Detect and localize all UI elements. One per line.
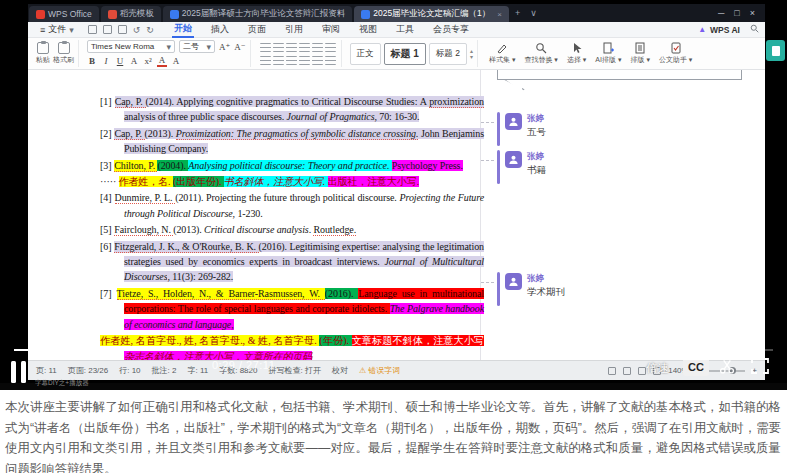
document-tab[interactable]: WPS Office [29,6,99,22]
reference-text-segment: , 70: 16-30. [375,111,420,122]
indent-increase-icon[interactable] [299,43,310,52]
undo-icon[interactable]: ↺ [133,25,141,35]
status-item[interactable]: 字: 11 [187,365,208,376]
underline-button[interactable]: U [115,56,125,66]
print-icon[interactable] [103,25,112,34]
status-item[interactable]: 行: 10 [119,365,140,376]
floating-widget-button[interactable] [766,40,785,61]
comment-text: 学术期刊 [527,286,565,299]
comment-accent-bar [497,112,500,146]
page-view-icon[interactable] [623,367,631,375]
ribbon-tab-插入[interactable]: 插入 [209,22,231,37]
superscript-button[interactable]: x² [143,56,153,66]
strike-button[interactable]: A [129,56,139,66]
style-正文[interactable]: 正文 [350,43,381,65]
tool-公文助手[interactable]: 公文助手 ▾ [656,42,695,65]
style-标题2[interactable]: 标题 2 [429,43,467,65]
doc-icon [170,10,179,19]
style-标题1[interactable]: 标题 1 [384,43,426,65]
maximize-button[interactable]: □ [734,8,739,18]
document-page[interactable]: [1] Cap, P. (2014). Applying cognitive p… [28,70,765,360]
shading-icon[interactable] [312,56,323,65]
ribbon-tab-引用[interactable]: 引用 [283,22,305,37]
avatar [505,151,522,168]
outline-view-icon[interactable] [638,367,646,375]
font-color-button[interactable]: A [157,55,167,67]
status-item[interactable]: ⚠ 错误字词 [359,365,400,376]
read-mode-icon[interactable] [608,367,616,375]
numbered-list-icon[interactable] [273,43,284,52]
font-name-select[interactable]: Times New Roma▾ [87,40,175,53]
references-list[interactable]: [1] Cap, P. (2014). Applying cognitive p… [100,94,484,360]
ribbon-tab-页面[interactable]: 页面 [246,22,268,37]
tool-排版[interactable]: 排版 ▾ [627,42,652,65]
file-menu-button[interactable]: ≡ 文件 ▾ [34,23,80,36]
status-item[interactable]: 批注: 2 [152,365,177,376]
video-player[interactable]: WPS Office稻壳模板2025届翻译硕士方向毕业论文答辩汇报资料2025届… [0,0,787,390]
font-size-select[interactable]: 二号▾ [179,40,215,53]
reference-entry[interactable]: [7] Tietze, S., Holden, N., & Barner-Ras… [100,286,484,332]
shrink-font-button[interactable]: A⁻ [234,42,245,52]
bold-button[interactable]: B [87,56,97,66]
clip-scissors-button[interactable] [719,359,736,378]
comment-author: 张婷 [527,151,544,163]
reference-text-segment: Fitzgerald, J. K., & O'Rourke, B. K. [114,241,258,253]
avatar [505,273,522,290]
fullscreen-button[interactable] [750,357,770,379]
save-icon[interactable] [88,25,97,34]
tool-样式集[interactable]: 样式集 ▾ [486,42,518,65]
align-right-icon[interactable] [286,56,297,65]
close-button[interactable]: × [750,8,755,18]
document-tab-strip: WPS Office稻壳模板2025届翻译硕士方向毕业论文答辩汇报资料2025届… [28,4,765,22]
ribbon-tab-视图[interactable]: 视图 [357,22,379,37]
new-tab-button[interactable]: + [510,4,525,22]
tool-AI排版[interactable]: AI排版 ▾ [592,42,624,65]
styles-scroll-buttons[interactable]: ▴▾ [470,48,473,60]
align-center-icon[interactable] [273,56,284,65]
search-icon[interactable] [750,24,759,35]
grow-font-button[interactable]: A⁺ [219,42,230,52]
ribbon-tab-审阅[interactable]: 审阅 [320,22,342,37]
reference-entry[interactable]: [6] Fitzgerald, J. K., & O'Rourke, B. K.… [100,239,484,285]
align-left-icon[interactable] [260,56,271,65]
bullet-list-icon[interactable] [260,43,271,52]
italic-button[interactable]: I [101,56,111,66]
reference-text-segment: Cap, P. [114,128,144,140]
sort-icon[interactable] [325,56,336,65]
indent-decrease-icon[interactable] [286,43,297,52]
status-item[interactable]: 拼写检查: 打开 [268,365,320,376]
pause-button[interactable] [11,361,26,383]
borders-icon[interactable] [325,43,336,52]
tab-list-button[interactable]: ∨ [525,4,542,22]
wps-ai-button[interactable]: ▲ WPS AI [698,25,740,35]
justify-icon[interactable] [299,56,310,65]
reference-entry[interactable]: [2] Cap, P. (2013). Proximization: The p… [100,126,484,157]
tab-label: 2025届毕业论文定稿汇编（1） [373,8,490,20]
playback-speed-button[interactable]: 倍速 [646,361,669,376]
ribbon-tab-开始[interactable]: 开始 [172,21,194,38]
reference-entry[interactable]: ····· 作者姓，名. (出版年份). 书名斜体，注意大小写. 出版社，注意大… [100,174,484,189]
tool-查找替换[interactable]: 查找替换 ▾ [521,42,560,65]
paste-button[interactable]: 粘贴 [36,42,50,65]
tool-选择[interactable]: 选择 ▾ [564,42,589,65]
status-item[interactable]: 校对 [332,365,348,376]
reference-entry[interactable]: [1] Cap, P. (2014). Applying cognitive p… [100,94,484,125]
document-tab[interactable]: 2025届翻译硕士方向毕业论文答辩汇报资料 [163,6,352,22]
redo-icon[interactable]: ↻ [146,25,154,35]
preview-icon[interactable] [118,25,127,34]
reference-entry[interactable]: 作者姓, 名首字母., 姓, 名首字母., & 姓, 名首字母. (年份). 文… [100,333,484,360]
reference-entry[interactable]: [5] Fairclough, N. (2013). Critical disc… [100,222,484,237]
document-tab[interactable]: 稻壳模板 [101,6,161,22]
highlight-color-button[interactable]: A [171,56,181,66]
status-item[interactable]: 页面: 23/26 [68,365,108,376]
ribbon-tab-工具[interactable]: 工具 [394,22,416,37]
status-item[interactable]: 页: 11 [36,365,57,376]
line-spacing-icon[interactable] [312,43,323,52]
minimize-button[interactable]: ─ [718,8,724,18]
reference-entry[interactable]: [3] Chilton, P. (2004). Analysing politi… [100,158,484,173]
document-tab[interactable]: 2025届毕业论文定稿汇编（1）× [354,6,509,22]
tab-close-icon[interactable]: × [497,10,502,19]
format-painter-button[interactable]: 格式刷 [53,42,74,65]
reference-entry[interactable]: [4] Dunmire, P. L. (2011). Projecting th… [100,190,484,221]
ribbon-tab-会员专享[interactable]: 会员专享 [431,22,471,37]
